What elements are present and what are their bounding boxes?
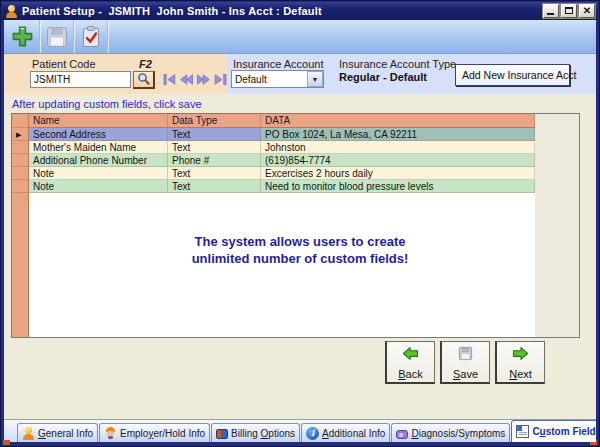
cell: (619)854-7774 (261, 154, 535, 167)
tab-label: Additional Info (322, 428, 385, 439)
back-button-label: Back (398, 368, 422, 380)
indicator-header-cell (12, 114, 28, 128)
window-title: Patient Setup - JSMITH John Smith - Ins … (22, 5, 543, 17)
tab-label: General Info (38, 428, 93, 439)
f2-shortcut-label: F2 (139, 58, 152, 70)
toolbar-separator (39, 20, 40, 53)
table-row[interactable]: Additional Phone NumberPhone #(619)854-7… (29, 154, 535, 167)
table-row[interactable]: NoteTextExcercises 2 hours daily (29, 167, 535, 180)
window-body: Patient Code F2 (4, 20, 596, 442)
tab-custom-fields[interactable]: Custom Fields (511, 420, 596, 442)
tab-label: Diagnosis/Symptoms (411, 428, 505, 439)
cell: Phone # (168, 154, 261, 167)
insurance-account-type-value: Regular - Default (339, 71, 427, 83)
add-new-insurance-button[interactable]: Add New Insurance Acct (455, 64, 570, 86)
cell: Second Address (29, 128, 168, 141)
first-record-button[interactable] (162, 73, 176, 85)
cell: PO Box 1024, La Mesa, CA 92211 (261, 128, 535, 141)
minimize-icon (547, 13, 554, 15)
arrow-left-icon (402, 346, 419, 361)
column-header: Name (29, 114, 168, 128)
last-record-button[interactable] (213, 73, 227, 85)
billing-icon (216, 429, 228, 439)
prev-record-icon (180, 74, 193, 85)
verify-button[interactable] (76, 22, 105, 51)
indicator-cell (12, 180, 28, 193)
table-row[interactable]: Second AddressTextPO Box 1024, La Mesa, … (29, 128, 535, 141)
form-icon (516, 425, 529, 438)
next-record-icon (197, 74, 210, 85)
patient-setup-window: Patient Setup - JSMITH John Smith - Ins … (0, 0, 600, 447)
tab-billing-options[interactable]: Billing Options (211, 423, 300, 442)
patient-code-section: Patient Code F2 (4, 54, 227, 94)
next-button-label: Next (509, 368, 532, 380)
save-button[interactable]: Save (440, 341, 490, 384)
toolbar-separator (73, 20, 74, 53)
maximize-button[interactable] (561, 4, 577, 18)
mask-icon (396, 430, 408, 439)
patient-code-label: Patient Code (32, 58, 96, 70)
worker-icon (104, 427, 117, 440)
insurance-account-select[interactable]: Default ▼ (231, 70, 324, 88)
toolbar-separator (107, 20, 108, 53)
dropdown-arrow-icon[interactable]: ▼ (307, 71, 323, 87)
tab-additional-info[interactable]: Additional Info (301, 423, 390, 442)
column-header: DATA (261, 114, 535, 128)
grid-unused-area (535, 114, 579, 337)
cell: Excercises 2 hours daily (261, 167, 535, 180)
status-message: After updating custom fields, click save (12, 98, 202, 110)
arrow-right-icon (512, 346, 529, 361)
insurance-account-type-label: Insurance Account Type (339, 58, 456, 70)
column-header: Data Type (168, 114, 261, 128)
patient-code-input[interactable] (30, 71, 131, 88)
table-row[interactable]: NoteTextNeed to monitor blood pressure l… (29, 180, 535, 193)
close-button[interactable]: ✕ (579, 4, 595, 18)
insurance-account-value: Default (232, 74, 307, 85)
back-button[interactable]: Back (385, 341, 435, 384)
indicator-cell (12, 154, 28, 167)
add-patient-button[interactable] (8, 22, 37, 51)
indicator-cell (12, 167, 28, 180)
indicator-cell: ▶ (12, 128, 28, 141)
tab-label: Employer/Hold Info (120, 428, 205, 439)
grid-body: Second AddressTextPO Box 1024, La Mesa, … (29, 128, 535, 193)
tab-general-info[interactable]: General Info (17, 423, 98, 442)
tab-diagnosis-symptoms[interactable]: Diagnosis/Symptoms (391, 423, 510, 442)
patient-search-button[interactable] (133, 71, 155, 89)
cell: Text (168, 167, 261, 180)
grid-header: NameData TypeDATA (29, 114, 535, 128)
tab-label: Custom Fields (532, 426, 596, 437)
clipboard-check-icon (79, 25, 103, 49)
cell: Additional Phone Number (29, 154, 168, 167)
next-button[interactable]: Next (495, 341, 545, 384)
first-record-icon (163, 74, 176, 85)
table-row[interactable]: Mother's Maiden NameTextJohnston (29, 141, 535, 154)
next-record-button[interactable] (196, 73, 210, 85)
cell: Text (168, 141, 261, 154)
person-icon (22, 427, 35, 440)
resize-grip-left (3, 440, 10, 445)
tab-strip: General InfoEmployer/Hold InfoBilling Op… (17, 420, 596, 442)
cell: Johnston (261, 141, 535, 154)
floppy-icon (458, 346, 473, 361)
save-button-label: Save (453, 368, 478, 380)
insurance-account-label: Insurance Account (233, 58, 324, 70)
patient-panel: Patient Code F2 (4, 54, 596, 94)
app-icon (5, 5, 18, 18)
minimize-button[interactable] (543, 4, 559, 18)
insurance-section: Insurance Account Default ▼ Insurance Ac… (227, 54, 596, 94)
maximize-icon (565, 7, 573, 14)
tab-employer-hold-info[interactable]: Employer/Hold Info (99, 423, 210, 442)
cell: Text (168, 128, 261, 141)
cell: Mother's Maiden Name (29, 141, 168, 154)
last-record-icon (214, 74, 227, 85)
info-icon (306, 427, 319, 440)
record-navigator (162, 73, 227, 85)
previous-record-button[interactable] (179, 73, 193, 85)
save-toolbar-button[interactable] (42, 22, 71, 51)
cell: Text (168, 180, 261, 193)
title-bar: Patient Setup - JSMITH John Smith - Ins … (2, 2, 598, 20)
cell: Note (29, 167, 168, 180)
tab-bar: General InfoEmployer/Hold InfoBilling Op… (4, 419, 596, 442)
window-controls: ✕ (543, 4, 595, 18)
